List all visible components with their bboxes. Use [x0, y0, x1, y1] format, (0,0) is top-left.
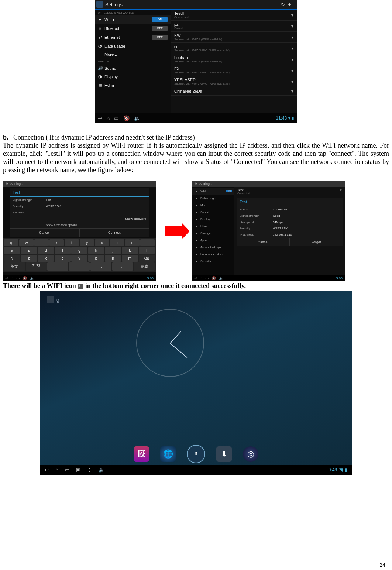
vol-down-icon[interactable]: 🔇 — [212, 276, 216, 280]
recent-icon[interactable]: ▭ — [205, 276, 209, 280]
home-icon[interactable]: ⌂ — [11, 276, 13, 280]
forget-button[interactable]: Forget — [290, 238, 343, 246]
home-icon[interactable]: ⌂ — [107, 115, 110, 121]
keyboard-key[interactable]: ⌫ — [139, 255, 155, 262]
sidebar-item[interactable]: •Location services — [192, 251, 234, 258]
sidebar-item[interactable]: •Data usage — [192, 195, 234, 202]
keyboard-key[interactable]: t — [65, 239, 79, 246]
keyboard-key[interactable]: 。 — [112, 262, 133, 271]
recent-icon[interactable]: ▭ — [65, 467, 69, 473]
keyboard-key[interactable]: h — [88, 247, 104, 254]
keyboard-key[interactable]: m — [122, 255, 138, 262]
wifi-network-row[interactable]: YESLASERSecured with WPA/WPA2 (WPS avail… — [171, 76, 297, 87]
keyboard-key[interactable]: o — [125, 239, 140, 246]
keyboard-key[interactable]: w — [19, 239, 34, 246]
keyboard-key[interactable]: x — [38, 255, 54, 262]
vol-up-icon[interactable]: 🔈 — [134, 115, 140, 121]
media-icon[interactable]: ◎ — [243, 446, 258, 462]
keyboard-key[interactable]: ， — [90, 262, 111, 271]
vol-up-icon[interactable]: 🔈 — [219, 276, 223, 280]
back-icon[interactable]: ↩ — [45, 467, 49, 473]
sidebar-item[interactable]: •Wi-FiON — [192, 188, 234, 195]
apps-icon[interactable]: ⠿ — [187, 445, 205, 463]
keyboard-key[interactable]: 英文 — [4, 262, 25, 271]
wifi-network-row[interactable]: scSecured with WPA/WPA2 (WPS available)▾ — [171, 43, 297, 54]
wifi-network-row[interactable]: pzhSaved▾ — [171, 21, 297, 32]
sidebar-item[interactable]: •More... — [192, 202, 234, 209]
more-icon[interactable]: ⁝ — [294, 2, 296, 7]
keyboard-key[interactable]: b — [88, 255, 104, 262]
keyboard-key[interactable]: s — [21, 247, 37, 254]
network-name[interactable]: Test — [237, 188, 340, 192]
home-icon[interactable]: ⌂ — [200, 276, 202, 280]
sidebar-item[interactable]: •Hdmi — [192, 223, 234, 230]
keyboard-key[interactable]: n — [105, 255, 121, 262]
gallery-icon[interactable]: 🖼 — [134, 446, 149, 462]
keyboard-key[interactable]: l — [139, 247, 155, 254]
sidebar-item[interactable]: More... — [95, 50, 171, 58]
sidebar-item[interactable]: ◊BluetoothOFF — [95, 24, 171, 33]
keyboard-key[interactable]: . — [47, 262, 68, 271]
show-password[interactable]: Show password — [125, 217, 146, 220]
sidebar-item[interactable]: ⇄EthernetOFF — [95, 33, 171, 42]
back-icon[interactable]: ↩ — [5, 276, 8, 280]
keyboard-key[interactable]: r — [49, 239, 64, 246]
keyboard-key[interactable]: v — [71, 255, 87, 262]
keyboard-key[interactable] — [69, 262, 90, 271]
keyboard-key[interactable]: i — [110, 239, 124, 246]
cancel-button[interactable]: Cancel — [237, 238, 290, 246]
search-icon[interactable] — [47, 296, 54, 303]
sidebar-item[interactable]: •Apps — [192, 237, 234, 244]
sidebar-item[interactable]: ◑Display — [95, 72, 171, 81]
wifi-network-row[interactable]: ChinaNet-26Da▾ — [171, 87, 297, 96]
back-icon[interactable]: ↩ — [98, 115, 102, 121]
downloads-icon[interactable]: ⬇ — [216, 446, 232, 462]
sidebar-item[interactable]: •Sound — [192, 209, 234, 216]
connect-button[interactable]: Connect — [80, 228, 149, 237]
keyboard-key[interactable]: k — [122, 247, 138, 254]
keyboard-key[interactable]: z — [21, 255, 37, 262]
sidebar-item[interactable]: •Display — [192, 216, 234, 223]
volume-icon[interactable]: 🔈 — [99, 467, 104, 473]
screenshot-icon[interactable]: ▣ — [76, 467, 80, 473]
keyboard-key[interactable]: g — [71, 247, 87, 254]
toggle[interactable]: ON — [152, 17, 168, 22]
browser-icon[interactable]: 🌐 — [160, 446, 176, 462]
keyboard-key[interactable]: u — [95, 239, 109, 246]
toggle[interactable]: OFF — [152, 35, 168, 40]
keyboard-key[interactable]: y — [80, 239, 94, 246]
keyboard-key[interactable]: p — [140, 239, 155, 246]
keyboard-key[interactable]: e — [34, 239, 49, 246]
vol-down-icon[interactable]: 🔇 — [23, 276, 27, 280]
keyboard-key[interactable]: j — [105, 247, 121, 254]
recent-icon[interactable]: ▭ — [16, 276, 20, 280]
back-icon[interactable]: ↩ — [194, 276, 197, 280]
show-advanced[interactable]: Show advanced options — [46, 223, 77, 227]
keyboard-key[interactable]: ⇧ — [4, 255, 20, 262]
keyboard-key[interactable]: c — [55, 255, 71, 262]
sidebar-item[interactable]: ▾Wi-FiON — [95, 15, 171, 24]
sidebar-item[interactable]: •Security — [192, 258, 234, 265]
toggle[interactable]: OFF — [152, 26, 168, 31]
wifi-network-row[interactable]: FXSecured with WPA/WPA2 (WPS available)▾ — [171, 65, 297, 76]
sidebar-item[interactable]: •Storage — [192, 230, 234, 237]
home-icon[interactable]: ⌂ — [55, 467, 58, 473]
keyboard-key[interactable]: 完成 — [134, 262, 155, 271]
vol-up-icon[interactable]: 🔈 — [30, 276, 34, 280]
keyboard-key[interactable]: q — [4, 239, 18, 246]
menu-icon[interactable]: ⋮ — [87, 467, 92, 473]
sidebar-item[interactable]: ◔Data usage — [95, 42, 171, 50]
wifi-network-row[interactable]: houhanSecured with WPA2 (WPS available)▾ — [171, 54, 297, 65]
cancel-button[interactable]: Cancel — [10, 228, 80, 237]
recent-icon[interactable]: ▭ — [114, 115, 119, 121]
wifi-network-row[interactable]: KWSecured with WPA2 (WPS available)▾ — [171, 32, 297, 43]
onscreen-keyboard[interactable]: qwertyuiopasdfghjkl⇧zxcvbnm⌫英文?123. ，。完成 — [3, 238, 156, 272]
keyboard-key[interactable]: d — [38, 247, 54, 254]
search-bar[interactable]: g — [47, 295, 352, 305]
analog-clock-widget[interactable] — [136, 309, 204, 377]
sidebar-item[interactable]: •Accounts & sync — [192, 244, 234, 251]
keyboard-key[interactable]: a — [4, 247, 20, 254]
keyboard-key[interactable]: ?123 — [26, 262, 47, 271]
add-icon[interactable]: ＋ — [287, 1, 292, 8]
wifi-network-row[interactable]: TestIIConnected▾ — [171, 10, 297, 21]
